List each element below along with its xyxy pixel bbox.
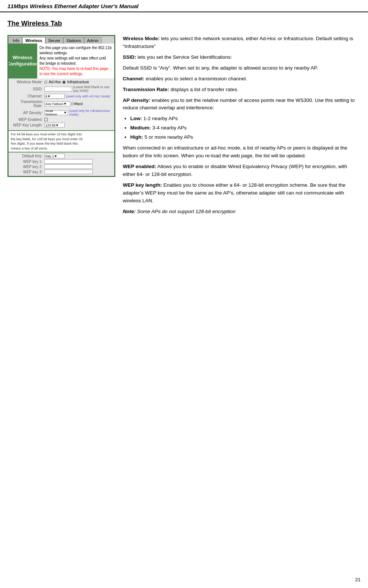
default-key-select[interactable]: Key 1 ▼ (44, 154, 65, 158)
note-line4: means a key of all zeros. (11, 147, 48, 150)
wep-key-length-desc: WEP key length: Enables you to choose ei… (123, 181, 361, 205)
channel-note: (used only with Ad Hoc mode) (66, 94, 111, 98)
two-col-layout: Info Wireless Server Stations Admin Wire… (7, 35, 361, 219)
device-fields: Wireless Mode: Ad-Hoc Infrastructure (9, 78, 114, 130)
bullet-medium: Medium: 3-4 nearby APs (130, 124, 361, 132)
ap-density-label: AP Density: (11, 111, 44, 115)
ssid-text: lets you set the Service Set Identificat… (138, 54, 232, 60)
page-title: The Wireless Tab (7, 20, 361, 28)
transmission-text: displays a list of transfer rates. (170, 87, 238, 92)
header-title: 11Mbps Wireless Ethernet Adapter User's … (7, 3, 138, 9)
channel-select[interactable]: 6 ▼ (44, 94, 65, 99)
device-header-row: WirelessConfiguration On this page you c… (9, 44, 114, 78)
transmission-desc: Transmission Rate: displays a list of tr… (123, 86, 361, 94)
ap-detail: When connected in an infrastructure or a… (123, 144, 361, 160)
wep-key2-label: WEP key 2: (11, 165, 44, 169)
bullet-low-text: 1-2 nearby APs (143, 116, 177, 121)
adhoc-radio[interactable] (44, 81, 47, 84)
transmission-term: Transmission Rate: (123, 87, 169, 92)
left-panel: Info Wireless Server Stations Admin Wire… (7, 35, 115, 177)
device-ui: Info Wireless Server Stations Admin Wire… (7, 35, 115, 177)
bullet-low: Low: 1-2 nearby APs (130, 115, 361, 123)
wireless-mode-value: Ad-Hoc Infrastructure (44, 80, 89, 84)
wireless-mode-desc: Wireless Mode: lets you select the netwo… (123, 35, 361, 51)
bullet-high: High: 5 or more nearby APs (130, 134, 361, 141)
ssid-label: SSID: (11, 87, 44, 91)
sidebar-label: WirelessConfiguration (9, 44, 36, 78)
page-footer: 21 (355, 577, 361, 582)
wep-key1-input[interactable] (44, 159, 93, 164)
channel-label: Channel: (11, 94, 44, 98)
wep-enabled-label: WEP Enabled: (11, 118, 44, 122)
wep-key-length-label: WEP Key Length: (11, 123, 44, 127)
transmission-row: Transmission Rate: Auto Fallback ▼ ( Mbp… (11, 100, 112, 108)
wep-key1-row: WEP key 1: (11, 159, 112, 164)
ssid-desc: SSID: lets you set the Service Set Ident… (123, 54, 361, 61)
note-paragraph: Note: Some APs do not support 128-bit en… (123, 208, 361, 216)
ssid-input[interactable] (44, 87, 72, 91)
key-fields: Default Key: Key 1 ▼ WEP key 1: WEP key … (9, 152, 114, 176)
page-number: 21 (355, 577, 361, 582)
ap-density-desc: AP density: enables you to set the relat… (123, 97, 361, 112)
ap-density-text: enables you to set the relative number o… (123, 97, 355, 111)
ssid-row: SSID: (Leave field blank to use any SSID… (11, 85, 112, 93)
note-box: For 64 bit keys you must enter 10 hex di… (9, 131, 114, 152)
bullet-medium-text: 3-4 nearby APs (152, 125, 186, 131)
bullet-high-text: 5 or more nearby APs (144, 134, 193, 140)
wep-key2-input[interactable] (44, 164, 93, 169)
ssid-detail: Default SSID is “Any”. When set to any, … (123, 64, 361, 72)
infra-radio[interactable] (63, 81, 65, 84)
ap-density-note: (used only for Infrastructure mode) (69, 109, 112, 116)
tab-wireless[interactable]: Wireless (22, 37, 45, 44)
channel-row: Channel: 6 ▼ (used only with Ad Hoc mode… (11, 94, 112, 99)
bullet-high-term: High: (130, 134, 143, 140)
infra-label: Infrastructure (67, 80, 89, 84)
wep-key3-input[interactable] (44, 170, 93, 174)
default-key-label: Default Key: (11, 154, 44, 158)
wep-enabled-row: WEP Enabled: (11, 118, 112, 122)
tab-server[interactable]: Server (45, 37, 63, 44)
ssid-placeholder: (Leave field blank to use any SSID) (73, 85, 112, 93)
ap-density-term: AP density: (123, 97, 150, 103)
info-note: NOTE: You may have to re-load this page … (39, 66, 112, 77)
note-line3: hex digits. If you leave the key field b… (11, 142, 78, 145)
wep-key-length-select[interactable]: 123 bit ▼ (44, 123, 65, 128)
wep-key1-label: WEP key 1: (11, 160, 44, 164)
wep-key-length-row: WEP Key Length: 123 bit ▼ (11, 123, 112, 128)
wireless-mode-term: Wireless Mode: (123, 36, 160, 41)
wep-enabled-term: WEP enabled: (123, 164, 156, 169)
wep-enabled-text: Allows you to enable or disable Wired Eq… (123, 164, 347, 177)
radio-group: Ad-Hoc Infrastructure (44, 80, 89, 84)
wep-key-length-term: WEP key length: (123, 182, 162, 188)
channel-term: Channel: (123, 76, 144, 81)
transmission-select[interactable]: Auto Fallback ▼ (44, 102, 70, 106)
ssid-term: SSID: (123, 54, 136, 60)
page-header: 11Mbps Wireless Ethernet Adapter User's … (0, 0, 368, 12)
device-info-box: On this page you can configure the 802.1… (36, 44, 114, 78)
transmission-label: Transmission Rate: (11, 100, 44, 108)
wep-enabled-checkbox[interactable] (44, 118, 48, 121)
ap-density-select[interactable]: Small Distance ▼ (44, 110, 68, 115)
ap-density-row: AP Density: Small Distance ▼ (used only … (11, 109, 112, 116)
tab-info[interactable]: Info (10, 37, 22, 44)
right-panel: Wireless Mode: lets you select the netwo… (123, 35, 361, 219)
info-text-2: Any new settings will not take effect un… (39, 56, 112, 66)
wireless-mode-row: Wireless Mode: Ad-Hoc Infrastructure (11, 80, 112, 84)
tab-stations[interactable]: Stations (63, 37, 84, 44)
tab-admin[interactable]: Admin (84, 37, 102, 44)
wireless-mode-label: Wireless Mode: (11, 80, 44, 84)
channel-desc: Channel: enables you to select a transmi… (123, 75, 361, 83)
default-key-row: Default Key: Key 1 ▼ (11, 154, 112, 158)
device-nav: Info Wireless Server Stations Admin (9, 36, 114, 44)
transmission-unit: ( Mbps) (71, 102, 83, 106)
wep-key2-row: WEP key 2: (11, 164, 112, 169)
main-content: The Wireless Tab Info Wireless Server St… (0, 12, 368, 226)
wep-key3-row: WEP key 3: (11, 170, 112, 174)
note-text: Some APs do not support 128-bit encrypti… (137, 209, 235, 214)
ap-bullet-list: Low: 1-2 nearby APs Medium: 3-4 nearby A… (130, 115, 361, 141)
channel-text: enables you to select a transmission cha… (146, 76, 247, 81)
wep-key3-label: WEP key 3: (11, 170, 44, 174)
note-term: Note: (123, 209, 136, 214)
adhoc-label: Ad-Hoc (49, 80, 61, 84)
bullet-medium-term: Medium: (130, 125, 151, 131)
